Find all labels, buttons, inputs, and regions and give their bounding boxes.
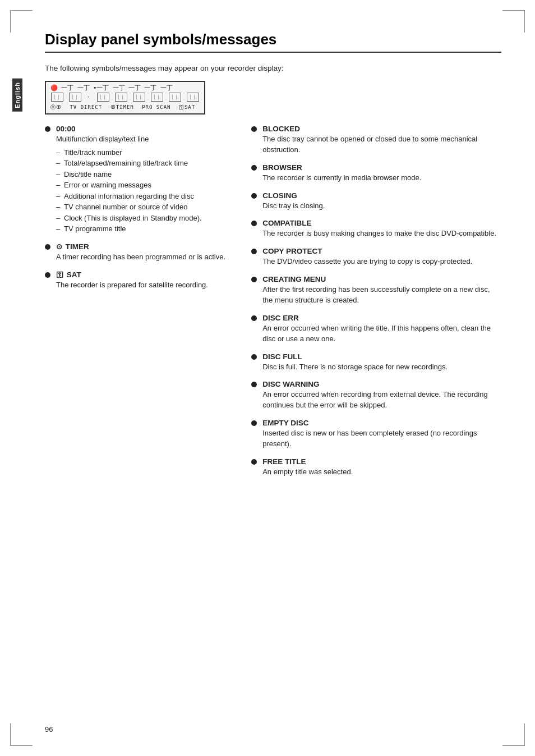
bullet-content-compatible: COMPATIBLE The recorder is busy making c…	[262, 219, 496, 239]
sub-item-7: Clock (This is displayed in Standby mode…	[56, 213, 202, 224]
bullet-dot-time	[45, 126, 50, 132]
bullet-item-closing: CLOSING Disc tray is closing.	[251, 191, 501, 212]
bullet-desc-creating-menu: After the first recording has been succe…	[262, 285, 501, 306]
bullet-dot-disc-err	[251, 315, 257, 321]
bullet-desc-compatible: The recorder is busy making changes to m…	[262, 228, 496, 239]
sub-item-6: TV channel number or source of video	[56, 201, 202, 213]
sub-list-time: Title/track number Total/elapsed/remaini…	[56, 147, 202, 235]
bullet-dot-compatible	[251, 221, 257, 226]
bullet-title-timer: ⊙ TIMER	[56, 242, 225, 251]
bullet-title-copy-protect: COPY PROTECT	[262, 247, 472, 255]
border-right-top	[524, 10, 525, 33]
bullet-content-copy-protect: COPY PROTECT The DVD/video cassette you …	[262, 247, 472, 267]
bullet-dot-empty-disc	[251, 420, 257, 426]
intro-text: The following symbols/messages may appea…	[45, 63, 501, 74]
bullet-content-disc-warning: DISC WARNING An error occurred when reco…	[262, 380, 501, 411]
bullet-content-blocked: BLOCKED The disc tray cannot be opened o…	[262, 125, 501, 155]
bullet-desc-disc-err: An error occurred when writing the title…	[262, 323, 501, 345]
bullet-dot-browser	[251, 165, 257, 171]
sub-item-2: Total/elapsed/remaining title/track time	[56, 158, 202, 169]
sub-item-4: Error or warning messages	[56, 180, 202, 191]
bullet-desc-copy-protect: The DVD/video cassette you are trying to…	[262, 256, 472, 267]
bullet-dot-free-title	[251, 459, 257, 465]
sidebar-language-label: English	[12, 79, 22, 112]
bullet-content-sat: ⚿ SAT The recorder is prepared for satel…	[56, 271, 208, 291]
page-title: Display panel symbols/messages	[45, 31, 501, 53]
bullet-item-empty-disc: EMPTY DISC Inserted disc is new or has b…	[251, 419, 501, 450]
bullet-item-copy-protect: COPY PROTECT The DVD/video cassette you …	[251, 247, 501, 267]
bullet-title-disc-warning: DISC WARNING	[262, 380, 501, 388]
bullet-title-sat: ⚿ SAT	[56, 271, 208, 279]
bullet-title-browser: BROWSER	[262, 163, 421, 172]
bullet-content-closing: CLOSING Disc tray is closing.	[262, 191, 325, 212]
bullet-item-compatible: COMPATIBLE The recorder is busy making c…	[251, 219, 501, 239]
border-bottom-left	[10, 745, 33, 746]
bullet-desc-time: Multifunction display/text line	[56, 134, 202, 145]
bullet-dot-disc-full	[251, 354, 257, 360]
bullet-desc-timer: A timer recording has been programmed or…	[56, 252, 225, 263]
bullet-item-browser: BROWSER The recorder is currently in med…	[251, 163, 501, 184]
bullet-title-time: 00:00	[56, 125, 202, 133]
bullet-desc-blocked: The disc tray cannot be opened or closed…	[262, 134, 501, 155]
bullet-item-disc-full: DISC FULL Disc is full. There is no stor…	[251, 352, 501, 373]
left-column: 00:00 Multifunction display/text line Ti…	[45, 125, 246, 485]
bullet-dot-copy-protect	[251, 249, 257, 254]
bullet-item-creating-menu: CREATING MENU After the first recording …	[251, 275, 501, 306]
bullet-title-disc-full: DISC FULL	[262, 352, 448, 361]
sub-item-5: Additional information regarding the dis…	[56, 191, 202, 202]
bullet-desc-empty-disc: Inserted disc is new or has been complet…	[262, 428, 501, 450]
bullet-desc-free-title: An empty title was selected.	[262, 467, 353, 478]
bullet-item-timer: ⊙ TIMER A timer recording has been progr…	[45, 242, 234, 263]
timer-circle-icon: ⊙	[56, 242, 62, 251]
seg-display-icons: ⓞ⦿ TV DIRECT ⦿TIMER PRO SCAN ⚿SAT	[50, 104, 200, 111]
bullet-item-blocked: BLOCKED The disc tray cannot be opened o…	[251, 125, 501, 155]
seg-display-row1: 🔴​ 一​丁 一​丁 ∙一​丁 一​丁 一​丁 一​丁 一​丁	[50, 84, 200, 92]
bullet-desc-sat: The recorder is prepared for satellite r…	[56, 280, 208, 291]
sub-item-8: TV programme title	[56, 223, 202, 235]
seg-display-top: ⎱⎰ ⎱⎰ · ⎱⎰ ⎱⎰ ⎱⎰ ⎱⎰ ⎱⎰ ⎱⎰	[50, 92, 200, 103]
bullet-content-free-title: FREE TITLE An empty title was selected.	[262, 457, 353, 478]
bullet-desc-disc-full: Disc is full. There is no storage space …	[262, 362, 448, 373]
bullet-title-disc-err: DISC ERR	[262, 314, 501, 322]
bullet-desc-browser: The recorder is currently in media brows…	[262, 173, 421, 184]
bullet-content-disc-full: DISC FULL Disc is full. There is no stor…	[262, 352, 448, 373]
bullet-content-creating-menu: CREATING MENU After the first recording …	[262, 275, 501, 306]
two-column-layout: 00:00 Multifunction display/text line Ti…	[45, 125, 501, 485]
sat-icon: ⚿	[56, 271, 63, 279]
sub-item-3: Disc/title name	[56, 169, 202, 180]
border-top-left	[10, 10, 33, 11]
display-graphic: 🔴​ 一​丁 一​丁 ∙一​丁 一​丁 一​丁 一​丁 一​丁 ⎱⎰ ⎱⎰ · …	[45, 81, 205, 114]
bullet-desc-disc-warning: An error occurred when recording from ex…	[262, 390, 501, 411]
bullet-item-disc-err: DISC ERR An error occurred when writing …	[251, 314, 501, 345]
bullet-title-empty-disc: EMPTY DISC	[262, 419, 501, 427]
bullet-item-sat: ⚿ SAT The recorder is prepared for satel…	[45, 271, 234, 291]
main-content: Display panel symbols/messages The follo…	[45, 31, 501, 485]
bullet-dot-closing	[251, 193, 257, 199]
right-column: BLOCKED The disc tray cannot be opened o…	[246, 125, 501, 485]
bullet-item-disc-warning: DISC WARNING An error occurred when reco…	[251, 380, 501, 411]
border-top-right	[502, 10, 525, 11]
bullet-content-browser: BROWSER The recorder is currently in med…	[262, 163, 421, 184]
bullet-item-time: 00:00 Multifunction display/text line Ti…	[45, 125, 234, 235]
bullet-content-timer: ⊙ TIMER A timer recording has been progr…	[56, 242, 225, 263]
sub-item-1: Title/track number	[56, 147, 202, 158]
bullet-item-free-title: FREE TITLE An empty title was selected.	[251, 457, 501, 478]
border-left-top	[10, 10, 11, 33]
bullet-desc-closing: Disc tray is closing.	[262, 201, 325, 212]
bullet-title-creating-menu: CREATING MENU	[262, 275, 501, 283]
border-bottom-right	[502, 745, 525, 746]
bullet-title-compatible: COMPATIBLE	[262, 219, 496, 227]
bullet-dot-blocked	[251, 126, 257, 132]
bullet-dot-creating-menu	[251, 277, 257, 282]
border-right-bottom	[524, 723, 525, 746]
bullet-content-empty-disc: EMPTY DISC Inserted disc is new or has b…	[262, 419, 501, 450]
bullet-title-free-title: FREE TITLE	[262, 457, 353, 466]
bullet-dot-timer	[45, 244, 50, 250]
bullet-content-time: 00:00 Multifunction display/text line Ti…	[56, 125, 202, 235]
bullet-dot-sat	[45, 272, 50, 278]
bullet-title-blocked: BLOCKED	[262, 125, 501, 133]
bullet-dot-disc-warning	[251, 382, 257, 387]
bullet-content-disc-err: DISC ERR An error occurred when writing …	[262, 314, 501, 345]
bullet-title-closing: CLOSING	[262, 191, 325, 200]
page-number: 96	[45, 725, 53, 734]
